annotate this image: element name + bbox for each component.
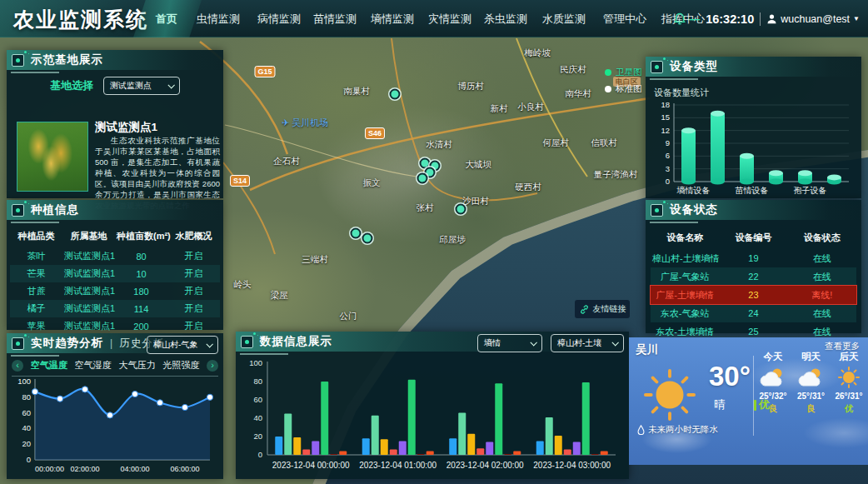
panel-device-status: 设备状态 设备名称设备编号设备状态樟山村-土壤墒情19在线广屋-气象站22在线广… (646, 200, 861, 333)
tabs-prev-arrow[interactable]: ‹ (12, 360, 23, 372)
map-place-label: 新村 (491, 103, 508, 115)
forecast-aqi: 优 (845, 403, 854, 415)
table-cell: 茶叶 (10, 247, 62, 265)
weather-forecast: 今天25°/32°良明天25°/31°良后天26°/31°优 (756, 351, 866, 415)
device-id-cell: 19 (719, 249, 787, 267)
base-select-value: 测试监测点 (110, 80, 152, 92)
panel-title: 种植信息 (31, 202, 79, 217)
device-map-marker[interactable] (351, 228, 362, 239)
nav-item-3[interactable]: 苗情监测 (313, 0, 357, 37)
device-status-row: 樟山村-土壤墒情19在线 (651, 249, 856, 267)
airport-label: ✈ 吴川机场 (282, 117, 328, 129)
panel-underline (650, 78, 698, 80)
trend-tab-0[interactable]: 空气温度 (31, 359, 67, 372)
map-place-label: 岭头 (234, 279, 252, 291)
panel-title: 实时趋势分析 (31, 336, 103, 351)
trend-tab-3[interactable]: 光照强度 (162, 359, 199, 372)
table-cell: 苹果 (10, 317, 62, 335)
table-row: 橘子测试监测点1114开启 (10, 300, 220, 317)
map-place-label: 民庆村 (560, 64, 586, 76)
trend-tab-1[interactable]: 空气湿度 (75, 359, 112, 372)
nav-item-0[interactable]: 首页 (156, 0, 177, 37)
nav-item-7[interactable]: 水质监测 (542, 0, 586, 37)
trend-line-chart: 02040608010000:00:0002:00:0004:00:0006:0… (12, 375, 218, 480)
forecast-day-0: 今天25°/32°良 (756, 351, 791, 415)
forecast-temp: 25°/31° (797, 392, 825, 401)
svg-text:2023-12-04 01:00:00: 2023-12-04 01:00:00 (359, 461, 436, 470)
table-cell: 芒果 (10, 265, 62, 282)
map-place-label: 小良村 (517, 102, 544, 113)
device-map-marker[interactable] (417, 173, 428, 184)
table-row: 芒果测试监测点110开启 (10, 265, 220, 282)
device-status-table-wrap: 设备名称设备编号设备状态樟山村-土壤墒情19在线广屋-气象站22在线广屋-土壤墒… (646, 220, 861, 341)
map-place-label: 水清村 (426, 139, 452, 151)
bell-badge-dash: — (689, 12, 700, 25)
user-menu[interactable]: wuchuan@test ▼ (766, 13, 860, 25)
map-place-label: 梅岭坡 (524, 47, 551, 59)
device-name-cell: 东农-气象站 (651, 304, 719, 322)
nav-item-2[interactable]: 病情监测 (257, 0, 301, 37)
chevron-down-icon (611, 339, 618, 346)
nav-item-8[interactable]: 管理中心 (603, 0, 646, 37)
forecast-temp: 26°/31° (835, 392, 862, 401)
column-header: 水肥概况 (167, 225, 220, 247)
device-map-marker[interactable] (456, 204, 466, 215)
table-cell: 开启 (167, 282, 220, 300)
base-select-row: 基地选择 测试监测点 (7, 77, 223, 95)
table-cell: 开启 (167, 247, 220, 265)
trend-station-dropdown[interactable]: 樟山村-气象 (147, 336, 218, 354)
planting-table: 种植品类所属基地种植亩数(m²)水肥概况茶叶测试监测点180开启芒果测试监测点1… (10, 225, 220, 335)
trend-tab-2[interactable]: 大气压力 (118, 359, 155, 372)
chevron-down-icon: ▼ (853, 15, 860, 22)
panel-corner-icon (12, 337, 24, 350)
device-name-cell: 樟山村-土壤墒情 (651, 249, 719, 267)
nav-right-cluster: — 16:32:10 wuchuan@test ▼ (674, 0, 860, 37)
tabs-next-arrow[interactable]: › (207, 360, 218, 372)
table-cell: 10 (115, 265, 167, 282)
device-status-cell: 在线 (788, 304, 856, 322)
nav-item-6[interactable]: 杀虫监测 (484, 0, 527, 37)
device-map-marker[interactable] (390, 89, 401, 100)
column-header: 种植品类 (10, 225, 62, 247)
panel-corner-icon (241, 336, 253, 348)
svg-text:00:00:00: 00:00:00 (35, 465, 64, 473)
nav-item-5[interactable]: 灾情监测 (428, 0, 471, 37)
friendly-links-button[interactable]: 友情链接 (575, 300, 630, 318)
device-status-cell: 在线 (788, 267, 856, 286)
column-header: 所属基地 (62, 225, 115, 247)
username: wuchuan@test (781, 13, 850, 25)
svg-text:6: 6 (666, 151, 670, 160)
layer-satellite-option[interactable]: 卫星图 (605, 67, 642, 78)
svg-text:06:00:00: 06:00:00 (170, 465, 199, 473)
table-cell: 80 (115, 247, 167, 265)
title-separator: | (110, 337, 112, 349)
device-count-subtitle: 设备数量统计 (654, 87, 709, 99)
road-badge: S14 (230, 175, 250, 187)
app-title: 农业监测系统 (13, 6, 148, 33)
device-id-cell: 22 (719, 267, 787, 286)
nav-item-1[interactable]: 虫情监测 (197, 0, 240, 37)
svg-text:04:00:00: 04:00:00 (120, 465, 149, 473)
table-row: 茶叶测试监测点180开启 (10, 247, 220, 265)
layer-standard-label: 标准图 (616, 83, 642, 95)
svg-text:20: 20 (253, 432, 262, 441)
svg-text:15: 15 (661, 112, 670, 122)
panel-underline (240, 353, 288, 355)
data-type-dropdown[interactable]: 墒情 (477, 334, 542, 352)
forecast-day-2: 后天26°/31°优 (831, 351, 866, 415)
svg-text:3: 3 (666, 164, 670, 173)
chevron-down-icon (206, 341, 212, 347)
column-header: 设备名称 (651, 227, 719, 249)
notification-bell-button[interactable]: — (674, 12, 700, 25)
device-status-cell: 在线 (788, 249, 856, 267)
forecast-aqi: 良 (806, 403, 816, 415)
svg-text:苗情设备: 苗情设备 (736, 186, 769, 195)
nav-item-4[interactable]: 墒情监测 (371, 0, 414, 37)
base-select-dropdown[interactable]: 测试监测点 (103, 77, 180, 95)
device-map-marker[interactable] (362, 233, 373, 244)
weather-temp: 30° (709, 361, 751, 392)
layer-standard-option[interactable]: 标准图 (605, 83, 642, 95)
svg-text:80: 80 (253, 377, 262, 386)
plane-icon: ✈ (282, 117, 289, 127)
data-station-dropdown[interactable]: 樟山村-土壤 (551, 334, 624, 352)
